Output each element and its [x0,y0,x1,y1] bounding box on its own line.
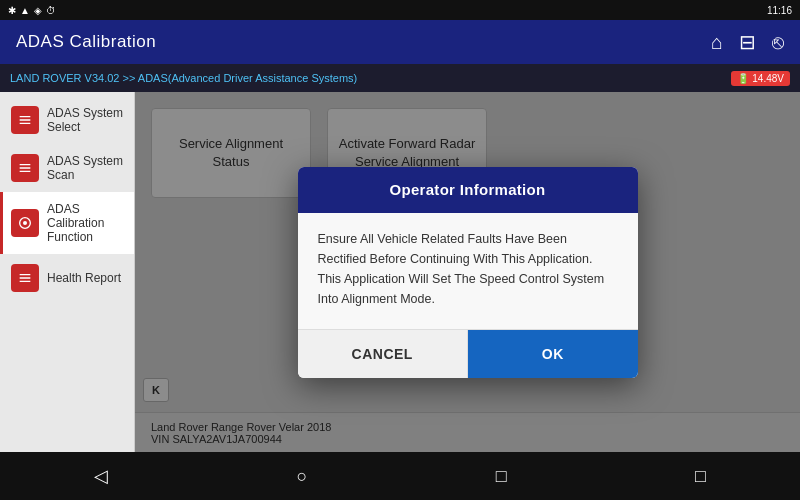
sidebar-item-health-report[interactable]: Health Report [0,254,134,302]
share-button[interactable]: ⎋ [772,31,784,54]
sidebar-item-label-3: Health Report [47,271,121,285]
cancel-button[interactable]: CANCEL [298,330,469,378]
app-bar-icons: ⌂ ⊟ ⎋ [711,30,784,54]
time-display: 11:16 [767,5,792,16]
dialog-title: Operator Information [389,181,545,198]
content-area: Service Alignment Status Activate Forwar… [135,92,800,452]
status-left-icons: ✱ ▲ ◈ ⏱ [8,5,56,16]
sidebar-item-adas-system-scan[interactable]: ADAS System Scan [0,144,134,192]
wifi-icon: ▲ [20,5,30,16]
sidebar-item-label-0: ADAS System Select [47,106,126,134]
nav-recent-button[interactable]: □ [488,458,515,495]
dialog: Operator Information Ensure All Vehicle … [298,167,638,378]
battery-icon: 🔋 [737,73,749,84]
clock-icon: ⏱ [46,5,56,16]
dialog-body: Ensure All Vehicle Related Faults Have B… [298,213,638,329]
sidebar: ADAS System Select ADAS System Scan ADAS… [0,92,135,452]
breadcrumb-text: LAND ROVER V34.02 >> ADAS(Advanced Drive… [10,72,357,84]
sidebar-item-adas-calibration-function[interactable]: ADAS Calibration Function [0,192,134,254]
home-button[interactable]: ⌂ [711,31,723,54]
nav-more-button[interactable]: □ [687,458,714,495]
app-bar: ADAS Calibration ⌂ ⊟ ⎋ [0,20,800,64]
voltage-badge: 🔋 14.48V [731,71,790,86]
app-body: ADAS System Select ADAS System Scan ADAS… [0,92,800,500]
health-report-icon [11,264,39,292]
signal-icon: ◈ [34,5,42,16]
breadcrumb-bar: LAND ROVER V34.02 >> ADAS(Advanced Drive… [0,64,800,92]
status-right-info: 11:16 [767,5,792,16]
sidebar-item-adas-system-select[interactable]: ADAS System Select [0,96,134,144]
ok-button[interactable]: OK [468,330,638,378]
nav-home-button[interactable]: ○ [289,458,316,495]
screen: ✱ ▲ ◈ ⏱ 11:16 ADAS Calibration ⌂ ⊟ ⎋ LAN… [0,0,800,500]
print-button[interactable]: ⊟ [739,30,756,54]
nav-bar: ◁ ○ □ □ [0,452,800,500]
dialog-buttons: CANCEL OK [298,329,638,378]
overlay: Operator Information Ensure All Vehicle … [135,92,800,452]
adas-select-icon [11,106,39,134]
nav-back-button[interactable]: ◁ [86,457,116,495]
app-title: ADAS Calibration [16,32,156,52]
voltage-value: 14.48V [752,73,784,84]
svg-point-1 [23,221,27,225]
adas-calibration-icon [11,209,39,237]
dialog-message: Ensure All Vehicle Related Faults Have B… [318,229,618,309]
sidebar-item-label-1: ADAS System Scan [47,154,126,182]
content-wrapper: ADAS System Select ADAS System Scan ADAS… [0,92,800,452]
bt-icon: ✱ [8,5,16,16]
dialog-header: Operator Information [298,167,638,213]
adas-scan-icon [11,154,39,182]
status-bar: ✱ ▲ ◈ ⏱ 11:16 [0,0,800,20]
sidebar-item-label-2: ADAS Calibration Function [47,202,126,244]
